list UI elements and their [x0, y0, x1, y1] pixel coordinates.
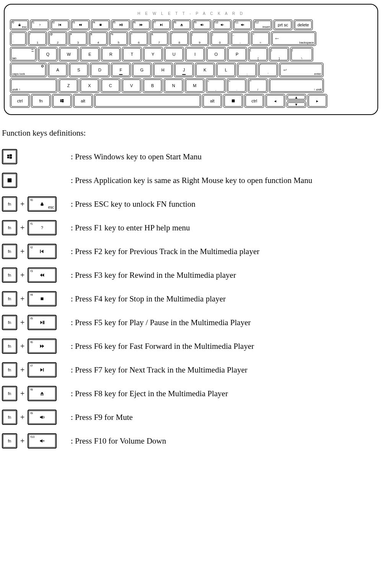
- key: <,: [206, 78, 226, 93]
- plus-symbol: +: [20, 318, 24, 327]
- definition-text: : Press F7 key for Next Track in the Mul…: [71, 365, 247, 375]
- svg-rect-9: [122, 24, 122, 26]
- svg-rect-33: [8, 178, 12, 183]
- keycap: f2: [28, 244, 57, 259]
- svg-marker-3: [59, 24, 61, 26]
- definition-text: : Press F10 for Volume Down: [71, 436, 166, 446]
- definition-text: : Press F6 key for Fast Forward in the M…: [71, 342, 254, 351]
- key: G: [132, 63, 152, 77]
- key: prt sc: [273, 19, 293, 30]
- svg-marker-44: [40, 345, 42, 348]
- svg-rect-31: [7, 157, 9, 158]
- svg-marker-46: [41, 368, 43, 372]
- eject-icon: [39, 389, 45, 398]
- definition-text: : Press F1 key to enter HP help menu: [71, 223, 190, 233]
- arrow-key: ▴: [286, 94, 306, 100]
- svg-marker-37: [41, 250, 44, 253]
- key: ?/: [248, 78, 268, 93]
- key: f8: [172, 19, 191, 30]
- svg-rect-34: [41, 204, 44, 206]
- svg-marker-50: [40, 416, 42, 419]
- definition-text: : Press F8 key for Eject in the Multimed…: [71, 389, 228, 398]
- key: :;: [237, 63, 257, 77]
- definition-text: : Press F2 key for Previous Track in the…: [71, 247, 259, 256]
- svg-marker-4: [79, 24, 80, 26]
- key: ◂: [265, 94, 285, 108]
- svg-marker-48: [41, 392, 44, 394]
- keycap: fn: [2, 220, 17, 235]
- definition-row: fn+f7: Press F7 key for Next Track in th…: [2, 358, 382, 382]
- keycap: fn: [2, 339, 17, 354]
- key: T: [122, 47, 142, 62]
- key: B: [143, 78, 163, 93]
- key: D: [90, 63, 110, 77]
- svg-marker-12: [160, 24, 162, 26]
- key: !1: [28, 31, 47, 46]
- brand-text: H E W L E T T - P A C K A R D: [10, 11, 372, 16]
- key: f10: [213, 19, 232, 30]
- svg-rect-32: [10, 157, 12, 159]
- play-icon: [39, 318, 45, 327]
- key: R: [101, 47, 121, 62]
- svg-rect-49: [41, 395, 44, 395]
- plus-symbol: +: [20, 271, 24, 280]
- svg-rect-36: [40, 250, 41, 253]
- keycap: fn: [2, 267, 17, 283]
- key: H: [153, 63, 173, 77]
- definition-text: : Press F3 key for Rewind in the Multime…: [71, 271, 236, 280]
- plus-symbol: +: [20, 342, 24, 351]
- rew-icon: [39, 271, 45, 280]
- key: A: [48, 63, 68, 77]
- function-key-definitions: Function keys definitions: : Press Windo…: [2, 128, 382, 453]
- plus-symbol: +: [20, 366, 24, 374]
- key: f11: [233, 19, 252, 30]
- ff-icon: [39, 342, 45, 351]
- plus-symbol: +: [20, 200, 24, 209]
- key: L: [216, 63, 236, 77]
- svg-marker-45: [42, 345, 44, 348]
- key: }]: [269, 47, 289, 62]
- svg-text:?: ?: [41, 225, 43, 230]
- keyboard-diagram: H E W L E T T - P A C K A R D f0escf1?f2…: [4, 4, 378, 115]
- key: $4: [89, 31, 108, 46]
- key: ctrl: [244, 94, 264, 108]
- svg-rect-8: [121, 24, 122, 26]
- svg-rect-19: [223, 24, 224, 25]
- svg-point-23: [42, 65, 44, 67]
- keycap: fn: [2, 291, 17, 306]
- svg-rect-2: [59, 24, 59, 26]
- keycap: fn: [2, 410, 17, 425]
- svg-marker-52: [40, 439, 42, 443]
- definition-row: fn+f8: Press F8 key for Eject in the Mul…: [2, 382, 382, 405]
- definition-row: fn+f5: Press F5 key for Play / Pause in …: [2, 311, 382, 334]
- key: ▸: [307, 94, 327, 108]
- defs-title: Function keys definitions:: [2, 128, 382, 138]
- svg-rect-43: [44, 321, 45, 324]
- key: caps lock: [10, 63, 47, 77]
- keycap: f7: [28, 362, 57, 377]
- plus-symbol: +: [20, 247, 24, 256]
- key: {[: [248, 47, 268, 62]
- definition-text: : Press F5 key for Play / Pause in the M…: [71, 318, 251, 327]
- keycap: f6: [28, 339, 57, 354]
- key: fn: [31, 94, 51, 108]
- keycap: fn: [2, 433, 17, 449]
- help-icon: ?: [39, 223, 45, 232]
- keycap: f0esc: [28, 196, 57, 212]
- svg-marker-38: [40, 274, 42, 277]
- key: K: [195, 63, 215, 77]
- svg-marker-39: [42, 274, 44, 277]
- key: |\: [290, 47, 313, 62]
- plus-symbol: +: [20, 389, 24, 398]
- keycap: fn: [2, 244, 17, 259]
- plus-symbol: +: [20, 295, 24, 303]
- svg-marker-41: [41, 321, 42, 324]
- key: (9: [190, 31, 209, 46]
- svg-rect-25: [62, 99, 63, 101]
- key: P: [227, 47, 247, 62]
- key: C: [101, 78, 120, 93]
- svg-rect-40: [41, 298, 44, 300]
- svg-marker-14: [180, 24, 183, 25]
- keycap: [2, 173, 17, 188]
- key: W: [59, 47, 79, 62]
